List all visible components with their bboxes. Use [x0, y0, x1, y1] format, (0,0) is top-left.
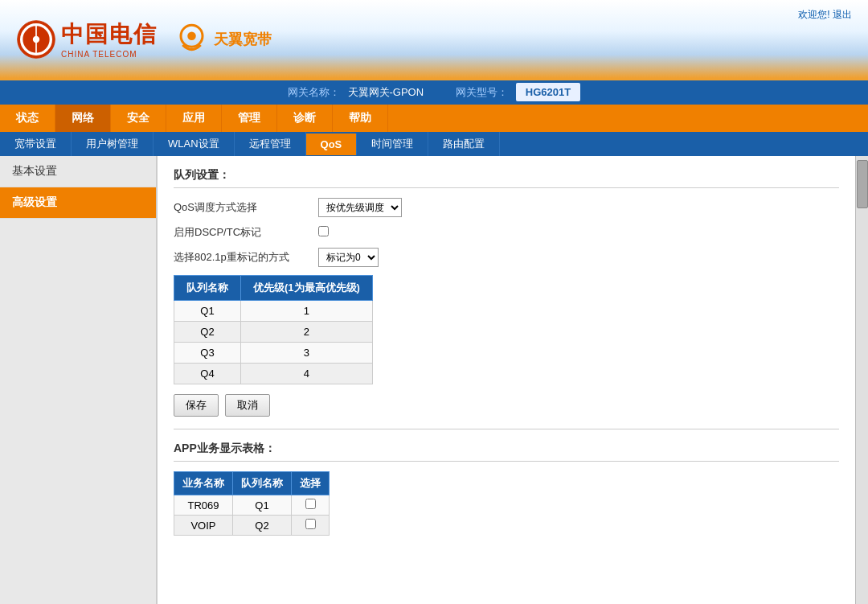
queue-name-cell: Q4: [174, 364, 241, 384]
dot1p-select[interactable]: 标记为0: [318, 248, 379, 267]
nav-security[interactable]: 安全: [111, 105, 166, 132]
subnav-remote[interactable]: 远程管理: [235, 132, 306, 156]
queue-name-cell: Q3: [174, 343, 241, 364]
queue-priority-cell: 1: [241, 301, 373, 322]
nav-status[interactable]: 状态: [0, 105, 55, 132]
header: 中国电信 CHINA TELECOM 天翼宽带 欢迎您! 退出: [0, 0, 868, 80]
main-layout: 基本设置 高级设置 队列设置： QoS调度方式选择 按优先级调度 启用DSCP/…: [0, 156, 868, 604]
action-buttons: 保存 取消: [174, 394, 839, 417]
sidebar-item-basic[interactable]: 基本设置: [0, 156, 156, 187]
tianyi-logo: 天翼宽带: [174, 21, 272, 57]
app-service-cell: TR069: [174, 495, 233, 516]
subnav-wlan[interactable]: WLAN设置: [154, 132, 235, 156]
app-select-checkbox[interactable]: [305, 499, 316, 509]
nav-network[interactable]: 网络: [55, 105, 111, 132]
qos-mode-label: QoS调度方式选择: [174, 200, 318, 215]
dscp-row: 启用DSCP/TC标记: [174, 225, 839, 240]
table-row: Q2 2: [174, 322, 373, 343]
queue-col-name: 队列名称: [174, 276, 241, 301]
dot1p-label: 选择802.1p重标记的方式: [174, 250, 318, 265]
app-queue-cell: Q2: [233, 516, 292, 536]
subnav-route[interactable]: 路由配置: [428, 132, 500, 156]
queue-table: 队列名称 优先级(1为最高优先级) Q1 1 Q2 2 Q3 3 Q4 4: [174, 275, 373, 384]
queue-name-cell: Q1: [174, 301, 241, 322]
ct-icon: [16, 19, 56, 60]
ct-brand-name: 中国电信: [61, 19, 158, 50]
logout-link[interactable]: 退出: [833, 9, 852, 20]
app-checkbox-cell[interactable]: [292, 516, 330, 536]
app-queue-cell: Q1: [233, 495, 292, 516]
subnav-user-tree[interactable]: 用户树管理: [72, 132, 154, 156]
dot1p-select-wrapper[interactable]: 标记为0: [318, 248, 379, 267]
app-col-service: 业务名称: [174, 472, 233, 495]
queue-settings-title: 队列设置：: [174, 168, 839, 188]
sidebar-item-advanced[interactable]: 高级设置: [0, 187, 156, 219]
table-row: VOIP Q2: [174, 516, 330, 536]
ct-text: 中国电信 CHINA TELECOM: [61, 19, 158, 59]
content-area: 队列设置： QoS调度方式选择 按优先级调度 启用DSCP/TC标记 选择802…: [157, 156, 855, 604]
gateway-name-area: 网关名称： 天翼网关-GPON: [288, 85, 424, 100]
ct-sub-name: CHINA TELECOM: [61, 50, 158, 59]
subnav-time[interactable]: 时间管理: [357, 132, 428, 156]
gateway-name-label: 网关名称：: [288, 86, 340, 98]
qos-mode-select-wrapper[interactable]: 按优先级调度: [318, 198, 402, 217]
app-table-title: APP业务显示表格：: [174, 442, 839, 462]
nav-manage[interactable]: 管理: [222, 105, 277, 132]
gateway-type-label: 网关型号：: [456, 86, 508, 98]
tianyi-icon: [174, 21, 210, 57]
main-nav: 状态 网络 安全 应用 管理 诊断 帮助: [0, 105, 868, 132]
subnav-broadband[interactable]: 宽带设置: [0, 132, 72, 156]
queue-priority-cell: 2: [241, 322, 373, 343]
header-user-area: 欢迎您! 退出: [798, 8, 852, 22]
app-col-select: 选择: [292, 472, 330, 495]
app-checkbox-cell[interactable]: [292, 495, 330, 516]
gateway-name-value: 天翼网关-GPON: [348, 86, 424, 98]
dscp-checkbox[interactable]: [318, 226, 329, 236]
table-row: TR069 Q1: [174, 495, 330, 516]
app-col-queue: 队列名称: [233, 472, 292, 495]
app-service-cell: VOIP: [174, 516, 233, 536]
queue-name-cell: Q2: [174, 322, 241, 343]
section-divider: [174, 429, 839, 429]
qos-mode-row: QoS调度方式选择 按优先级调度: [174, 198, 839, 217]
app-select-checkbox[interactable]: [305, 519, 316, 529]
gateway-type-value: HG6201T: [516, 83, 580, 101]
table-row: Q4 4: [174, 364, 373, 384]
tianyi-brand-text: 天翼宽带: [214, 30, 272, 49]
nav-apps[interactable]: 应用: [166, 105, 222, 132]
dscp-label: 启用DSCP/TC标记: [174, 225, 318, 240]
nav-help[interactable]: 帮助: [333, 105, 388, 132]
welcome-text: 欢迎您!: [798, 9, 829, 20]
cancel-button[interactable]: 取消: [225, 394, 270, 417]
qos-mode-select[interactable]: 按优先级调度: [318, 198, 402, 217]
china-telecom-logo: 中国电信 CHINA TELECOM: [16, 19, 158, 60]
queue-col-priority: 优先级(1为最高优先级): [241, 276, 373, 301]
save-button[interactable]: 保存: [174, 394, 219, 417]
queue-priority-cell: 3: [241, 343, 373, 364]
svg-point-4: [187, 32, 196, 41]
sidebar: 基本设置 高级设置: [0, 156, 157, 604]
table-row: Q1 1: [174, 301, 373, 322]
queue-priority-cell: 4: [241, 364, 373, 384]
subnav-qos[interactable]: QoS: [306, 134, 358, 155]
nav-diagnose[interactable]: 诊断: [277, 105, 333, 132]
gateway-bar: 网关名称： 天翼网关-GPON 网关型号： HG6201T: [0, 80, 868, 105]
table-row: Q3 3: [174, 343, 373, 364]
scrollbar-thumb[interactable]: [857, 160, 868, 208]
vertical-scrollbar[interactable]: [855, 156, 868, 604]
gateway-type-area: 网关型号： HG6201T: [456, 85, 580, 100]
sub-nav: 宽带设置 用户树管理 WLAN设置 远程管理 QoS 时间管理 路由配置: [0, 132, 868, 156]
app-table: 业务名称 队列名称 选择 TR069 Q1 VOIP Q2: [174, 471, 330, 536]
dscp-checkbox-wrapper[interactable]: [318, 226, 329, 239]
dot1p-row: 选择802.1p重标记的方式 标记为0: [174, 248, 839, 267]
